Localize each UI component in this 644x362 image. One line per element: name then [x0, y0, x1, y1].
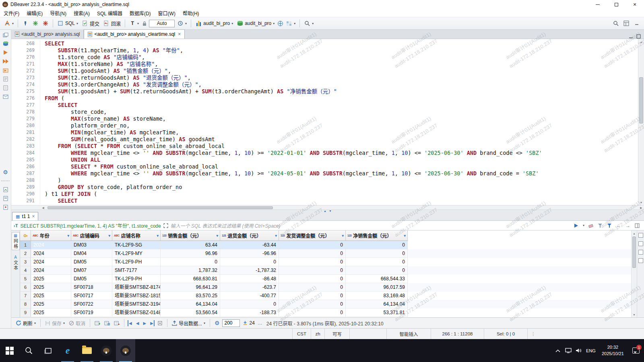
table-cell[interactable]: SF00719: [71, 309, 112, 317]
editor-vertical-scrollbar[interactable]: ▲ ▼: [638, 39, 644, 205]
menu-item[interactable]: 导航(N): [46, 9, 70, 17]
scroll-right-icon[interactable]: ▶: [638, 206, 644, 210]
value-panel-icon[interactable]: [638, 233, 643, 238]
execute-new-tab-button[interactable]: [2, 67, 9, 74]
new-connection-button[interactable]: [31, 19, 40, 27]
row-number[interactable]: 4: [20, 266, 31, 275]
table-row[interactable]: 42024DM07SMT-71771,787.32-1,787.3200: [20, 266, 631, 275]
table-cell[interactable]: 0: [346, 241, 408, 249]
refresh-timer-button[interactable]: ▾: [176, 19, 188, 27]
row-number[interactable]: 6: [20, 283, 31, 292]
table-cell[interactable]: SF00722: [71, 300, 112, 309]
settings-gear-button[interactable]: ⚙: [2, 169, 9, 175]
cancel-button[interactable]: 取消: [68, 319, 87, 327]
table-cell[interactable]: DM05: [71, 258, 112, 266]
table-cell[interactable]: 塔斯曼SMTSBZ-3194: [112, 300, 161, 309]
add-row-button[interactable]: [93, 320, 101, 327]
connection-selector[interactable]: audit_bi_pro ▾: [194, 19, 234, 27]
auto-sync-button[interactable]: ▾: [285, 19, 297, 27]
back-arrow-icon[interactable]: ←: [616, 223, 621, 228]
table-cell[interactable]: DM07: [71, 266, 112, 275]
menu-item[interactable]: SQL 编辑器: [93, 9, 126, 17]
scroll-up-icon[interactable]: ▲: [632, 230, 637, 236]
table-cell[interactable]: 塔斯曼SMTSBZ-8174: [112, 283, 161, 292]
table-row[interactable]: 72025SF00717塔斯曼SMTSBZ-181583,570.25-400.…: [20, 292, 631, 300]
execute-script-button[interactable]: [2, 58, 9, 65]
table-cell[interactable]: 2024: [31, 266, 71, 275]
fetch-size-input[interactable]: [222, 319, 240, 327]
menu-item[interactable]: 编辑(E): [23, 9, 46, 17]
scrollbar-thumb[interactable]: [47, 206, 273, 209]
close-button[interactable]: ×: [625, 0, 644, 9]
notification-center-button[interactable]: 1: [628, 339, 644, 362]
close-results-tab-icon[interactable]: ×: [32, 214, 35, 219]
column-filter-icon[interactable]: ▾: [67, 234, 69, 238]
presentation-text[interactable]: A文本: [12, 254, 19, 272]
table-cell[interactable]: 2024: [31, 241, 71, 249]
row-number[interactable]: 3: [20, 258, 31, 266]
column-filter-icon[interactable]: ▾: [275, 234, 277, 238]
task-view-button[interactable]: [39, 339, 58, 362]
restore-views-icon[interactable]: [2, 31, 9, 38]
table-cell[interactable]: DM04: [71, 249, 112, 258]
scrollbar-thumb[interactable]: [632, 237, 636, 268]
column-header[interactable]: ABC店铺名称▾: [112, 230, 161, 241]
minimize-toolbar-icon[interactable]: [634, 20, 640, 27]
table-row[interactable]: 62025SF00718塔斯曼SMTSBZ-817496,641.29-623.…: [20, 283, 631, 292]
table-cell[interactable]: 0: [220, 300, 279, 309]
table-cell[interactable]: 668,544.33: [346, 275, 408, 283]
close-tab-icon[interactable]: ×: [178, 31, 181, 37]
table-cell[interactable]: TK-L2F9-MY: [112, 249, 161, 258]
log-button[interactable]: [2, 195, 9, 202]
export-result-icon[interactable]: [2, 93, 9, 100]
presentation-grid[interactable]: ▦网格: [12, 232, 20, 250]
table-cell[interactable]: 2024: [31, 249, 71, 258]
output-button[interactable]: [2, 186, 9, 193]
row-number[interactable]: 8: [20, 300, 31, 309]
row-number[interactable]: 5: [20, 275, 31, 283]
maximize-editor-icon[interactable]: [636, 34, 641, 39]
table-cell[interactable]: 0: [279, 249, 346, 258]
row-number[interactable]: 9: [20, 309, 31, 317]
table-cell[interactable]: -1,787.32: [220, 266, 279, 275]
column-filter-icon[interactable]: ▾: [157, 234, 159, 238]
filter-edit-icon[interactable]: [597, 223, 603, 228]
column-filter-icon[interactable]: ▾: [342, 234, 344, 238]
table-cell[interactable]: SF00718: [71, 283, 112, 292]
table-cell[interactable]: 0: [279, 241, 346, 249]
table-cell[interactable]: -188.73: [220, 309, 279, 317]
rollback-button[interactable]: 回滚: [102, 19, 122, 28]
table-cell[interactable]: -400.77: [220, 292, 279, 300]
device-icon[interactable]: [563, 339, 574, 362]
table-cell[interactable]: -63.44: [220, 241, 279, 249]
column-header[interactable]: 123退货金额（元）▾: [220, 230, 279, 241]
scroll-down-icon[interactable]: ▼: [638, 200, 644, 205]
table-row[interactable]: 32024DM05TK-L2F9-PH0000: [20, 258, 631, 266]
column-filter-icon[interactable]: ▾: [216, 234, 218, 238]
panels-icon[interactable]: [634, 223, 640, 228]
refresh-button[interactable]: 刷新 ▾: [14, 319, 37, 327]
sql-editor[interactable]: 268SELECT269 SUBSTR(t1.mgclearTime, 1, 4…: [11, 39, 644, 205]
metadata-panel-icon[interactable]: [638, 250, 643, 255]
script-doc-icon[interactable]: [2, 84, 9, 91]
table-cell[interactable]: 63.44: [161, 241, 220, 249]
table-cell[interactable]: 0: [346, 249, 408, 258]
table-cell[interactable]: 2024: [31, 258, 71, 266]
table-cell[interactable]: 53,371.81: [346, 309, 408, 317]
forward-arrow-icon[interactable]: →: [625, 223, 631, 228]
apply-filter-icon[interactable]: [574, 223, 579, 228]
internet-explorer-button[interactable]: e: [58, 339, 77, 362]
table-row[interactable]: 12024DM03TK-L2F9-SG63.44-63.4400: [20, 241, 631, 249]
scroll-left-icon[interactable]: ◀: [40, 206, 46, 210]
focus-row-button[interactable]: [156, 320, 164, 327]
maximize-button[interactable]: [607, 0, 625, 9]
commit-button[interactable]: 提交: [80, 19, 101, 28]
aggregate-panel-icon[interactable]: [638, 241, 643, 246]
next-row-button[interactable]: ▶: [142, 320, 147, 326]
table-cell[interactable]: 0: [279, 292, 346, 300]
duplicate-row-button[interactable]: [103, 320, 111, 327]
editor-tab[interactable]: <audit_bi_pro> analysis_cleartime.sql×: [84, 29, 185, 39]
editor-tab[interactable]: <audit_bi_pro> analysis.sql: [11, 29, 84, 39]
table-cell[interactable]: -86.48: [220, 275, 279, 283]
table-cell[interactable]: TK-L2F9-SG: [112, 241, 161, 249]
